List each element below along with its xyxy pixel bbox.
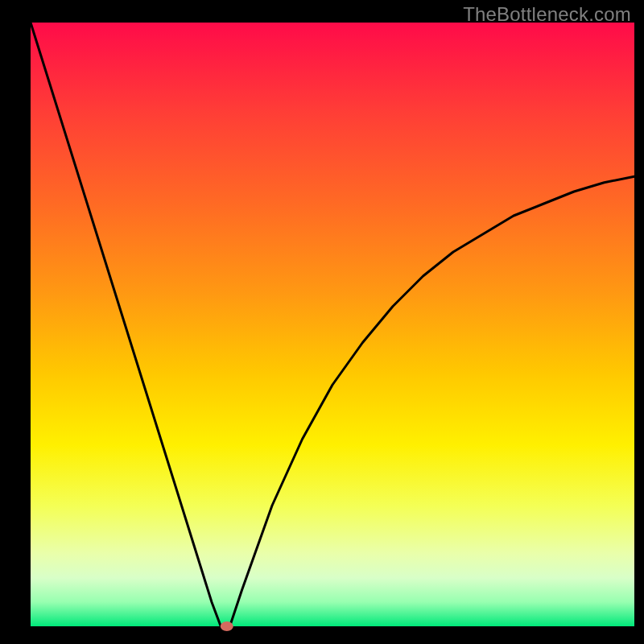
bottleneck-chart: [0, 0, 644, 644]
watermark-text: TheBottleneck.com: [463, 3, 631, 26]
optimal-point-marker: [221, 621, 233, 631]
plot-background: [31, 23, 634, 626]
chart-frame: { "watermark": "TheBottleneck.com", "cha…: [0, 0, 644, 644]
